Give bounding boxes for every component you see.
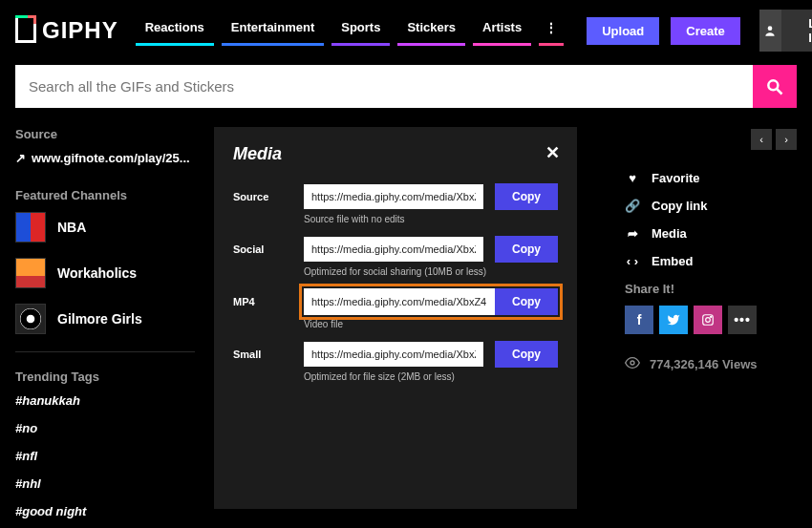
svg-point-6	[630, 361, 634, 365]
header: GIPHY Reactions Entertainment Sports Sti…	[0, 0, 812, 59]
svg-point-4	[706, 318, 711, 323]
heart-icon: ♥	[625, 171, 640, 185]
media-row-source: Source Copy	[233, 183, 558, 210]
media-url-input[interactable]	[304, 288, 495, 315]
media-url-input[interactable]	[304, 184, 483, 209]
action-copy-link[interactable]: 🔗 Copy link	[625, 199, 797, 213]
close-icon[interactable]: ✕	[545, 142, 560, 163]
share-more[interactable]: •••	[728, 306, 757, 334]
svg-point-0	[768, 26, 773, 31]
login-button[interactable]: Log In	[781, 10, 812, 52]
instagram-icon	[701, 313, 715, 327]
right-sidebar: ‹ › ♥ Favorite 🔗 Copy link ➦ Media ‹ › E…	[625, 127, 797, 528]
share-twitter[interactable]	[659, 306, 688, 334]
channel-gilmore-girls[interactable]: Gilmore Girls	[15, 304, 195, 334]
share-facebook[interactable]: f	[625, 306, 653, 334]
tag-no[interactable]: #no	[15, 421, 195, 435]
divider	[15, 351, 195, 352]
chevron-right-icon: ›	[784, 134, 788, 145]
media-label: Small	[233, 348, 292, 360]
channel-thumb-icon	[15, 212, 46, 243]
prev-button[interactable]: ‹	[751, 129, 772, 150]
tag-hanukkah[interactable]: #hanukkah	[15, 393, 195, 408]
avatar-icon[interactable]	[759, 10, 781, 52]
channel-thumb-icon	[15, 304, 46, 334]
action-favorite[interactable]: ♥ Favorite	[625, 171, 797, 185]
svg-point-1	[768, 80, 778, 90]
action-embed[interactable]: ‹ › Embed	[625, 254, 797, 268]
media-desc: Optimized for social sharing (10MB or le…	[304, 266, 558, 277]
nav-more-icon[interactable]: ⋮	[539, 16, 564, 46]
media-desc: Video file	[304, 319, 558, 329]
twitter-icon	[667, 313, 680, 327]
svg-point-5	[711, 316, 712, 317]
pager: ‹ ›	[625, 129, 797, 150]
action-label: Favorite	[652, 171, 700, 185]
channel-nba[interactable]: NBA	[15, 212, 195, 243]
share-row: f •••	[625, 306, 797, 334]
view-count: 774,326,146 Views	[625, 355, 797, 373]
svg-line-2	[778, 89, 782, 94]
view-count-text: 774,326,146 Views	[650, 357, 758, 371]
channel-thumb-icon	[15, 258, 46, 288]
media-url-input[interactable]	[304, 237, 483, 262]
nav-artists[interactable]: Artists	[473, 16, 531, 46]
tag-nfl[interactable]: #nfl	[15, 449, 195, 463]
brand-text: GIPHY	[42, 17, 118, 44]
logo[interactable]: GIPHY	[15, 17, 118, 44]
trending-heading: Trending Tags	[15, 370, 195, 384]
more-icon: •••	[734, 312, 751, 327]
panel-title: Media	[233, 144, 558, 164]
channel-workaholics[interactable]: Workaholics	[15, 258, 195, 288]
media-row-social: Social Copy	[233, 236, 558, 263]
search-button[interactable]	[753, 65, 797, 108]
action-label: Embed	[652, 254, 693, 268]
media-label: Social	[233, 243, 292, 255]
link-icon: 🔗	[625, 199, 640, 213]
media-label: MP4	[233, 296, 292, 307]
action-label: Media	[652, 226, 687, 241]
search-bar	[15, 65, 797, 108]
action-media[interactable]: ➦ Media	[625, 226, 797, 241]
source-heading: Source	[15, 127, 195, 141]
source-url: www.gifnote.com/play/25...	[32, 151, 190, 165]
nav-sports[interactable]: Sports	[331, 16, 390, 46]
giphy-logo-icon	[15, 18, 36, 43]
eye-icon	[625, 355, 640, 373]
channel-name: Gilmore Girls	[57, 311, 142, 327]
media-desc: Optimized for file size (2MB or less)	[304, 371, 558, 382]
external-link-icon: ↗	[15, 151, 26, 165]
chevron-left-icon: ‹	[759, 134, 763, 145]
media-row-small: Small Copy	[233, 341, 558, 368]
next-button[interactable]: ›	[776, 129, 797, 150]
nav-reactions[interactable]: Reactions	[136, 16, 214, 46]
tag-good-night[interactable]: #good night	[15, 504, 195, 518]
nav-entertainment[interactable]: Entertainment	[222, 16, 324, 46]
search-icon	[765, 77, 784, 96]
share-icon: ➦	[625, 226, 640, 241]
code-icon: ‹ ›	[625, 254, 640, 268]
action-label: Copy link	[652, 199, 708, 213]
nav-stickers[interactable]: Stickers	[397, 16, 465, 46]
media-panel: Media ✕ Source Copy Source file with no …	[214, 127, 577, 509]
login-area: Log In	[759, 10, 812, 52]
tag-nhl[interactable]: #nhl	[15, 476, 195, 491]
media-desc: Source file with no edits	[304, 214, 558, 224]
source-link[interactable]: ↗ www.gifnote.com/play/25...	[15, 151, 195, 165]
media-url-input[interactable]	[304, 342, 483, 367]
share-instagram[interactable]	[694, 306, 722, 334]
search-input[interactable]	[15, 65, 753, 108]
channel-name: NBA	[57, 220, 86, 235]
copy-button[interactable]: Copy	[495, 183, 558, 210]
media-label: Source	[233, 191, 292, 202]
copy-button[interactable]: Copy	[495, 288, 558, 315]
media-row-mp4: MP4 Copy	[233, 288, 558, 315]
copy-button[interactable]: Copy	[495, 341, 558, 368]
left-sidebar: Source ↗ www.gifnote.com/play/25... Feat…	[15, 127, 195, 528]
share-heading: Share It!	[625, 282, 797, 296]
facebook-icon: f	[637, 312, 642, 327]
copy-button[interactable]: Copy	[495, 236, 558, 263]
create-button[interactable]: Create	[671, 17, 739, 45]
upload-button[interactable]: Upload	[587, 17, 659, 45]
mp4-copy-highlight: Copy	[304, 288, 558, 315]
